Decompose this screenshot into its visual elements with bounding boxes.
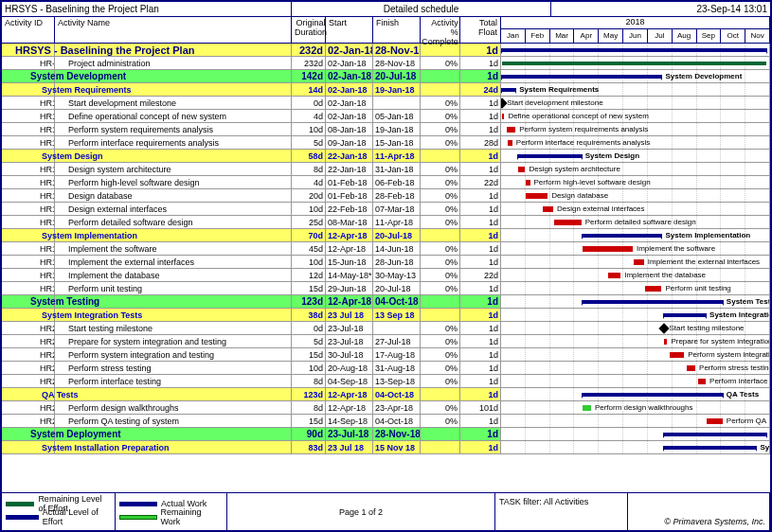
col-start: Start bbox=[326, 17, 373, 43]
cell-pct: 0% bbox=[421, 415, 460, 427]
activity-row[interactable]: HR1110Implement the database12d14-May-18… bbox=[2, 269, 770, 282]
activity-row[interactable]: System Design58d22-Jan-1811-Apr-181dSyst… bbox=[2, 150, 770, 163]
task-filter: TASK filter: All Activities bbox=[495, 493, 628, 530]
cell-float: 1d bbox=[460, 216, 501, 228]
month-cell: Apr bbox=[574, 29, 599, 43]
gantt-label: System Requirements bbox=[519, 83, 599, 96]
gantt-cell: Implement the software bbox=[501, 242, 770, 255]
activity-row[interactable]: HR2040Perform interface testing8d04-Sep-… bbox=[2, 375, 770, 388]
gantt-label: QA Tests bbox=[727, 388, 759, 400]
gantt-cell: Perform interface bbox=[501, 375, 770, 387]
cell-float: 22d bbox=[460, 269, 501, 281]
activity-row[interactable]: HR2050Perform design walkthroughs8d12-Ap… bbox=[2, 401, 770, 415]
activity-row[interactable]: HR1050Perform high-level software design… bbox=[2, 176, 770, 189]
activity-row[interactable]: System Development142d02-Jan-1820-Jul-18… bbox=[2, 70, 770, 83]
cell-name: Implement the software bbox=[55, 242, 292, 255]
month-cell: Oct bbox=[721, 29, 745, 43]
cell-duration: 123d bbox=[292, 388, 326, 400]
month-cell: May bbox=[599, 29, 623, 43]
cell-duration: 8d bbox=[292, 375, 326, 387]
activity-row[interactable]: HR1010Define operational concept of new … bbox=[2, 110, 770, 123]
summary-bar bbox=[583, 393, 723, 397]
activity-row[interactable]: HR1000Start development milestone0d02-Ja… bbox=[2, 97, 770, 110]
cell-id: HR1020 bbox=[2, 123, 55, 135]
activity-row[interactable]: HR1080Perform detailed software design25… bbox=[2, 216, 770, 229]
cell-id: HR2010 bbox=[2, 335, 55, 347]
activity-row[interactable]: HR1070Design external interfaces10d22-Fe… bbox=[2, 203, 770, 216]
cell-float: 1d bbox=[460, 57, 501, 69]
cell-duration: 232d bbox=[292, 44, 326, 56]
gantt-cell: Perform unit testing bbox=[501, 282, 770, 294]
gantt-cell: Start development milestone bbox=[501, 97, 770, 109]
gantt-cell: Perform design walkthroughs bbox=[501, 401, 770, 414]
gantt-label: Perform unit testing bbox=[665, 282, 730, 294]
cell-id: System Testing bbox=[2, 295, 55, 308]
activity-row[interactable]: HRSYS - Baselining the Project Plan232d0… bbox=[2, 44, 770, 57]
gantt-label: Start development milestone bbox=[507, 97, 602, 109]
cell-name: Perform high-level software design bbox=[55, 176, 292, 188]
cell-float: 1d bbox=[460, 295, 501, 308]
cell-float: 28d bbox=[460, 136, 501, 149]
activity-row[interactable]: QA Tests123d12-Apr-1804-Oct-181dQA Tests bbox=[2, 388, 770, 401]
cell-pct: 0% bbox=[421, 269, 460, 281]
gantt-label: Design system architecture bbox=[529, 163, 619, 175]
activity-row[interactable]: System Implementation70d12-Apr-1820-Jul-… bbox=[2, 229, 770, 242]
cell-pct: 0% bbox=[421, 57, 460, 69]
activity-row[interactable]: HR1020Perform system requirements analys… bbox=[2, 123, 770, 136]
activity-row[interactable]: HR-ADMINProject administration232d02-Jan… bbox=[2, 57, 770, 70]
cell-finish bbox=[373, 322, 421, 334]
legend-actual-loe: Actual Level of Effort bbox=[6, 510, 111, 523]
gantt-label: Perform design walkthroughs bbox=[595, 401, 693, 414]
cell-duration: 15d bbox=[292, 415, 326, 427]
cell-name: Perform interface testing bbox=[55, 375, 292, 387]
gantt-label: Design external interfaces bbox=[557, 203, 645, 215]
cell-name: Perform QA testing of system bbox=[55, 415, 292, 427]
activity-row[interactable]: HR1100Implement the external interfaces1… bbox=[2, 256, 770, 269]
cell-float: 1d bbox=[460, 388, 501, 400]
gantt-header: 2018 JanFebMarAprMayJunJulAugSepOctNov bbox=[501, 17, 770, 43]
month-cell: Sep bbox=[697, 29, 722, 43]
cell-duration: 10d bbox=[292, 362, 326, 374]
activity-row[interactable]: System Installation Preparation83d23 Jul… bbox=[2, 441, 770, 454]
cell-finish: 05-Jan-18 bbox=[373, 110, 421, 122]
cell-duration: 10d bbox=[292, 123, 326, 135]
gantt-label: Implement the database bbox=[624, 269, 706, 281]
activity-row[interactable]: System Testing123d12-Apr-1804-Oct-181dSy… bbox=[2, 295, 770, 309]
task-bar bbox=[664, 339, 667, 345]
activity-row[interactable]: HR1120Perform unit testing15d29-Jun-1820… bbox=[2, 282, 770, 295]
cell-float: 1d bbox=[460, 441, 501, 453]
cell-start: 22-Feb-18 bbox=[326, 203, 373, 215]
cell-name: Design database bbox=[55, 189, 292, 202]
gantt-label: System Integration bbox=[709, 309, 770, 321]
activity-row[interactable]: HR2020Perform system integration and tes… bbox=[2, 348, 770, 362]
cell-name: Perform system requirements analysis bbox=[55, 123, 292, 135]
legend-label: Actual Level of Effort bbox=[43, 507, 111, 526]
activity-row[interactable]: HR1030Perform interface requirements ana… bbox=[2, 136, 770, 150]
cell-id: HR2000 bbox=[2, 322, 55, 334]
cell-pct: 0% bbox=[421, 348, 460, 361]
cell-start: 12-Apr-18 bbox=[326, 242, 373, 255]
cell-name bbox=[55, 388, 292, 400]
col-pct-complete: Activity % Complete bbox=[421, 17, 460, 43]
activity-row[interactable]: System Deployment90d23-Jul-1828-Nov-181d bbox=[2, 428, 770, 441]
activity-row[interactable]: HR2010Prepare for system integration and… bbox=[2, 335, 770, 348]
cell-id: HR1090 bbox=[2, 242, 55, 255]
cell-float: 1d bbox=[460, 189, 501, 202]
activity-row[interactable]: HR1060Design database20d01-Feb-1828-Feb-… bbox=[2, 189, 770, 203]
cell-pct bbox=[421, 150, 460, 162]
cell-pct: 0% bbox=[421, 136, 460, 149]
summary-bar bbox=[502, 48, 767, 52]
activity-row[interactable]: System Integration Tests38d23 Jul 1813 S… bbox=[2, 309, 770, 322]
cell-float: 1d bbox=[460, 163, 501, 175]
task-bar bbox=[554, 220, 582, 225]
activity-row[interactable]: HR2000Start testing milestone0d23-Jul-18… bbox=[2, 322, 770, 335]
activity-row[interactable]: HR1040Design system architecture8d22-Jan… bbox=[2, 163, 770, 176]
cell-pct bbox=[421, 441, 460, 453]
activity-row[interactable]: HR1090Implement the software45d12-Apr-18… bbox=[2, 242, 770, 256]
cell-duration: 20d bbox=[292, 189, 326, 202]
activity-row[interactable]: HR2060Perform QA testing of system15d14-… bbox=[2, 415, 770, 428]
activity-row[interactable]: HR2030Perform stress testing10d20-Aug-18… bbox=[2, 362, 770, 375]
gantt-cell: Perform QA bbox=[501, 415, 770, 427]
activity-row[interactable]: System Requirements14d02-Jan-1819-Jan-18… bbox=[2, 83, 770, 97]
cell-start: 12-Apr-18 bbox=[326, 229, 373, 241]
